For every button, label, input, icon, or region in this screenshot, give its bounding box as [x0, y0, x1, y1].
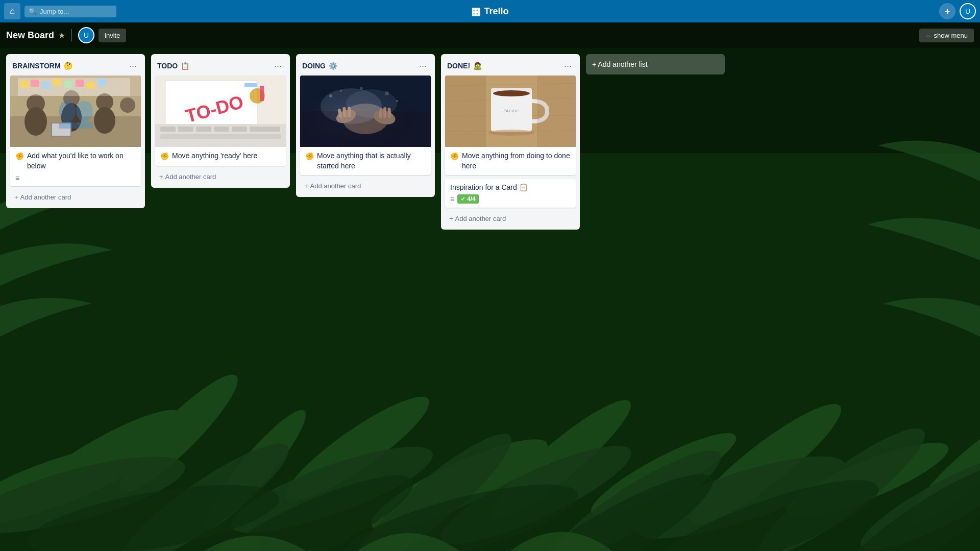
todo-card-description: Move anything 'ready' here	[172, 151, 257, 161]
svg-point-83	[360, 87, 363, 90]
add-card-label-doing: Add another card	[310, 182, 361, 190]
clipboard-icon: 📋	[519, 183, 528, 191]
board-member-avatar[interactable]: U	[78, 27, 94, 43]
todo-add-card-button[interactable]: + Add another card	[155, 170, 286, 184]
show-menu-button[interactable]: ··· show menu	[919, 29, 974, 42]
logo-text: Trello	[484, 6, 508, 17]
show-menu-icon: ···	[925, 32, 931, 39]
checklist-badge: ✓ 4/4	[457, 194, 479, 204]
add-button[interactable]: +	[939, 3, 955, 19]
board-right-actions: ··· show menu	[919, 29, 974, 42]
doing-card-1[interactable]: ✊ Move anything that is actually started…	[300, 76, 431, 175]
svg-rect-59	[250, 127, 280, 132]
brainstorm-menu-button[interactable]: ···	[127, 60, 139, 71]
description-icon-done: ≡	[450, 195, 454, 203]
done-menu-button[interactable]: ···	[562, 60, 574, 71]
done-card-text: ✊ Move anything from doing to done here	[450, 151, 571, 171]
todo-title-text: TODO	[157, 62, 178, 70]
app-logo: ▦ Trello	[471, 5, 508, 17]
todo-menu-button[interactable]: ···	[272, 60, 284, 71]
done-card-2[interactable]: Inspiration for a Card 📋 ≡ ✓ 4/4	[445, 179, 576, 208]
svg-rect-56	[196, 127, 211, 132]
brainstorm-card-description: Add what you'd like to work on below	[27, 151, 136, 171]
brainstorm-card-meta: ≡	[15, 174, 136, 182]
list-title-brainstorm: BRAINSTORM 🤔	[12, 62, 72, 70]
search-bar[interactable]: 🔍 Jump to...	[24, 6, 116, 17]
home-button[interactable]: ⌂	[4, 3, 20, 19]
list-header-doing: DOING ⚙️ ···	[300, 58, 431, 76]
svg-text:PACIFIC: PACIFIC	[504, 109, 520, 113]
done-card-1[interactable]: PACIFIC ✊ Move anything from doing to do…	[445, 76, 576, 175]
doing-card-body: ✊ Move anything that is actually started…	[300, 147, 431, 175]
svg-rect-75	[348, 107, 351, 117]
show-menu-label: show menu	[934, 32, 968, 39]
search-icon: 🔍	[29, 8, 37, 15]
doing-card-description: Move anything that is actually started h…	[317, 151, 426, 171]
svg-rect-58	[232, 127, 247, 132]
add-card-plus-doing: +	[304, 182, 308, 190]
topbar-right: + U	[939, 3, 976, 19]
add-list-button[interactable]: + Add another list	[586, 54, 725, 74]
doing-card-image	[300, 76, 431, 147]
brainstorm-card-text: ✊ Add what you'd like to work on below	[15, 151, 136, 171]
done-card-2-title: Inspiration for a Card 📋	[450, 183, 571, 191]
inspiration-card-title: Inspiration for a Card	[450, 183, 517, 191]
boardbar: New Board ★ U invite ··· show menu	[0, 22, 980, 48]
todo-card-body: ✊ Move anything 'ready' here	[155, 147, 286, 166]
list-title-todo: TODO 📋	[157, 62, 189, 70]
done-card-body: ✊ Move anything from doing to done here	[445, 147, 576, 175]
topbar: ⌂ 🔍 Jump to... ▦ Trello + U	[0, 0, 980, 22]
hand-icon-done: ✊	[450, 152, 459, 162]
avatar-letter: U	[965, 7, 970, 15]
board-star-button[interactable]: ★	[58, 31, 65, 40]
add-card-plus-done: +	[449, 215, 453, 222]
svg-rect-54	[160, 127, 176, 132]
description-icon: ≡	[15, 174, 19, 182]
svg-rect-57	[214, 127, 229, 132]
brainstorm-add-card-button[interactable]: + Add another card	[10, 190, 141, 204]
hand-icon-todo: ✊	[160, 152, 169, 162]
done-add-card-button[interactable]: + Add another card	[445, 212, 576, 226]
list-todo: TODO 📋 ··· TO-DO	[151, 54, 290, 188]
doing-emoji: ⚙️	[329, 62, 337, 70]
brainstorm-card-1[interactable]: ✊ Add what you'd like to work on below ≡	[10, 76, 141, 186]
svg-rect-62	[244, 83, 257, 87]
svg-point-33	[63, 90, 80, 107]
doing-add-card-button[interactable]: + Add another card	[300, 179, 431, 193]
badge-count: 4/4	[467, 195, 476, 203]
list-header-done: DONE! 🧟 ···	[445, 58, 576, 76]
brainstorm-title-text: BRAINSTORM	[12, 62, 61, 70]
check-icon: ✓	[460, 195, 465, 203]
svg-rect-63	[260, 86, 264, 101]
hand-icon: ✊	[15, 152, 24, 162]
add-card-label: Add another card	[20, 193, 71, 201]
add-card-label-done: Add another card	[455, 215, 506, 222]
done-card-2-body: Inspiration for a Card 📋 ≡ ✓ 4/4	[445, 179, 576, 208]
home-icon: ⌂	[10, 7, 15, 16]
svg-point-80	[340, 90, 342, 92]
add-icon: +	[945, 6, 950, 17]
search-placeholder: Jump to...	[40, 8, 69, 15]
list-title-doing: DOING ⚙️	[302, 62, 337, 70]
add-card-plus: +	[14, 193, 18, 201]
invite-button[interactable]: invite	[99, 29, 126, 42]
svg-point-79	[329, 94, 332, 97]
hand-icon-doing: ✊	[305, 152, 314, 162]
brainstorm-card-body: ✊ Add what you'd like to work on below ≡	[10, 147, 141, 186]
done-title-text: DONE!	[447, 62, 470, 70]
board-content: BRAINSTORM 🤔 ···	[0, 48, 980, 551]
board-title[interactable]: New Board	[6, 30, 54, 41]
list-header-brainstorm: BRAINSTORM 🤔 ···	[10, 58, 141, 76]
svg-rect-96	[537, 76, 576, 147]
svg-rect-95	[445, 76, 486, 147]
svg-point-94	[488, 130, 534, 136]
doing-menu-button[interactable]: ···	[417, 60, 429, 71]
done-card-2-meta: ≡ ✓ 4/4	[450, 194, 571, 204]
todo-card-1[interactable]: TO-DO ✊	[155, 76, 286, 166]
svg-point-81	[385, 91, 389, 95]
add-card-plus-todo: +	[159, 173, 163, 181]
logo-icon: ▦	[471, 5, 481, 17]
svg-rect-48	[18, 78, 130, 96]
user-avatar[interactable]: U	[960, 3, 976, 19]
list-title-done: DONE! 🧟	[447, 62, 482, 70]
